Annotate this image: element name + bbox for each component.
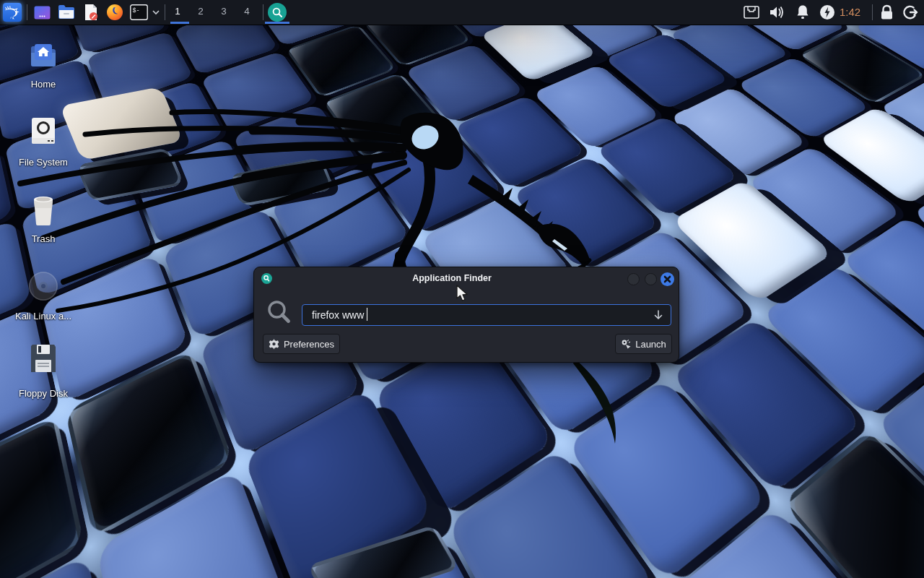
svg-text:$-: $- [133,7,140,14]
